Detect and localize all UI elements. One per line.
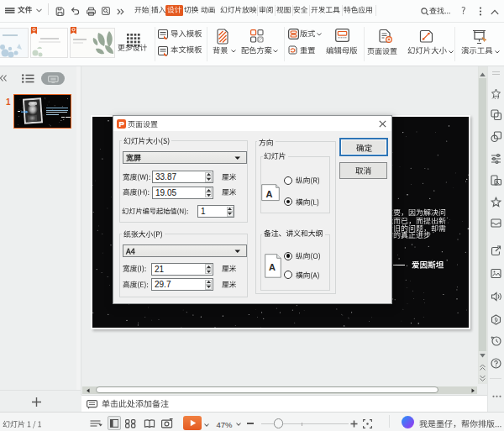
svg-text:A: A [266, 188, 273, 198]
svg-text:A: A [269, 261, 276, 271]
